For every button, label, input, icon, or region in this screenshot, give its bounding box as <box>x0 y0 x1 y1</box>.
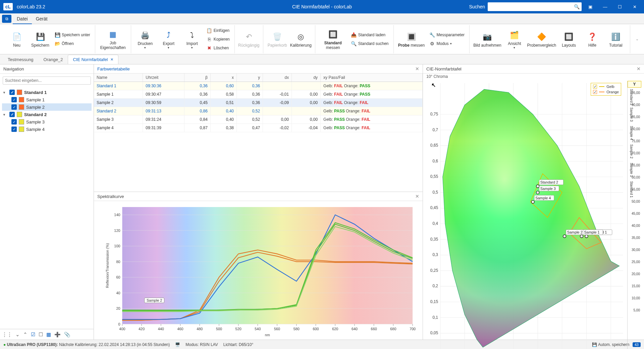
table-row[interactable]: Sample 309:31:240,840,400,520,000,00Gelb… <box>94 115 423 124</box>
tab-close-icon[interactable]: ✕ <box>110 57 113 62</box>
tree-sample-sample-3[interactable]: ✓Sample 3 <box>2 118 92 126</box>
spectral-chart[interactable]: 0204060801001201404004204404604805005205… <box>104 204 416 338</box>
search-input[interactable] <box>490 4 574 9</box>
tab-orange_2[interactable]: Orange_2 <box>39 55 68 64</box>
table-close-icon[interactable]: ✕ <box>415 66 419 71</box>
checkbox-icon[interactable]: ✓ <box>11 104 17 110</box>
calibrate-button[interactable]: ◎Kalibrierung <box>290 27 312 52</box>
nav-attach-icon[interactable]: 📎 <box>64 332 70 338</box>
nav-down-icon[interactable]: ⌄ <box>15 332 20 338</box>
export-button[interactable]: ⤴Export▾ <box>158 27 179 52</box>
help-button[interactable]: ❓Hilfe <box>582 27 603 52</box>
nav-add-icon[interactable]: ➕ <box>54 332 61 338</box>
svg-text:640: 640 <box>352 327 358 331</box>
table-row[interactable]: Sample 109:30:470,360,580,36-0,010,00Gel… <box>94 90 423 99</box>
menu-datei[interactable]: Datei <box>13 14 32 24</box>
chevron-down-icon[interactable]: ▾ <box>3 113 7 116</box>
svg-text:40: 40 <box>116 291 120 295</box>
info-icon: ℹ️ <box>610 31 622 43</box>
print-button[interactable]: 🖨️Drucken▾ <box>135 27 156 52</box>
svg-text:Reflexion/Transmission (%): Reflexion/Transmission (%) <box>105 243 109 288</box>
delete-button[interactable]: ✖Löschen <box>205 44 231 52</box>
table-row[interactable]: Standard 209:31:130,860,400,52Gelb: PASS… <box>94 107 423 115</box>
checkbox-icon[interactable]: ✓ <box>9 112 15 117</box>
open-button[interactable]: 📂Öffnen <box>53 40 92 47</box>
tab-testmessung[interactable]: Testmessung <box>3 55 39 64</box>
tree-sample-sample-2[interactable]: ✓Sample 2 <box>2 103 92 111</box>
nav-uncheck-icon[interactable]: ☐ <box>39 332 43 338</box>
tutorial-button[interactable]: ℹ️Tutorial <box>605 27 627 52</box>
svg-text:0,7: 0,7 <box>432 128 438 132</box>
save-button[interactable]: 💾Speichern <box>30 27 51 52</box>
svg-text:Standard 2: Standard 2 <box>540 180 558 184</box>
col-beta[interactable]: β <box>184 73 210 82</box>
capture-image-button[interactable]: 📷Bild aufnehmen <box>473 27 502 52</box>
svg-text:Sample 3: Sample 3 <box>540 187 556 191</box>
grid-icon: ▦ <box>107 29 119 41</box>
measure-params-button[interactable]: 🔧Messparameter <box>428 31 466 39</box>
layouts-button[interactable]: 🔲Layouts <box>558 27 580 52</box>
job-properties-button[interactable]: ▦Job Eigenschaften <box>99 27 127 52</box>
svg-text:580: 580 <box>293 327 300 331</box>
mode-dropdown[interactable]: ⚙Modus ▾ <box>428 40 466 47</box>
window-popout-icon[interactable]: ▣ <box>584 2 596 11</box>
view-button[interactable]: 🗂️Ansicht▾ <box>504 27 525 52</box>
standard-load-button[interactable]: 📥Standard laden <box>350 31 390 39</box>
cie-chart[interactable]: 0,050,10,150,20,250,30,350,40,450,50,550… <box>426 81 641 349</box>
tree-sample-sample-1[interactable]: ✓Sample 1 <box>2 96 92 103</box>
tree-sample-sample-4[interactable]: ✓Sample 4 <box>2 126 92 133</box>
cie-close-icon[interactable]: ✕ <box>637 66 641 71</box>
import-button[interactable]: ⤵Import▾ <box>181 27 203 52</box>
ribbon-collapse-icon[interactable]: ⌄ <box>636 37 641 41</box>
col-dx[interactable]: dx <box>263 73 292 82</box>
checkbox-icon[interactable]: ✓ <box>11 127 17 132</box>
standard-measure-button[interactable]: 🔲Standard messen <box>319 27 347 52</box>
nav-grid-icon[interactable]: ▦ <box>46 332 51 338</box>
svg-text:Sample 4: Sample 4 <box>535 196 551 200</box>
tree-standard-standard-2[interactable]: ▾✓Standard 2 <box>2 111 92 118</box>
y-axis-label: Sample 3 <box>630 107 633 121</box>
search-box[interactable]: 🔍 <box>488 2 582 11</box>
checkbox-icon[interactable]: ✓ <box>11 97 17 102</box>
chevron-down-icon[interactable]: ▾ <box>3 91 7 94</box>
window-close-icon[interactable]: ✕ <box>629 2 641 11</box>
checkbox-icon[interactable]: ✓ <box>9 90 15 95</box>
undo-button[interactable]: ↶Rückgängig <box>238 27 260 52</box>
tree-standard-standard-1[interactable]: ▾✓Standard 1 <box>2 89 92 96</box>
table-row[interactable]: Sample 209:30:590,450,510,36-0,090,00Gel… <box>94 99 423 107</box>
col-dy[interactable]: dy <box>292 73 321 82</box>
svg-text:80: 80 <box>116 260 120 264</box>
col-y[interactable]: y <box>237 73 263 82</box>
col-x[interactable]: x <box>210 73 236 82</box>
nav-expand-icon[interactable]: ⋮⋮ <box>2 332 12 338</box>
standard-search-button[interactable]: 🔍Standard suchen <box>350 40 390 47</box>
window-minimize-icon[interactable]: — <box>599 2 611 11</box>
svg-text:Sample 2: Sample 2 <box>567 230 583 234</box>
titlebar: cL colorLab 23.2 CIE Normfarbtafel - col… <box>0 0 644 13</box>
col-pf[interactable]: xy Pass/Fail <box>321 73 423 82</box>
compare-button[interactable]: 🔶Probenvergleich <box>527 27 556 52</box>
svg-text:0: 0 <box>118 322 120 326</box>
spectral-close-icon[interactable]: ✕ <box>415 194 419 199</box>
app-logo: cL <box>3 3 13 10</box>
trash-button[interactable]: 🗑️Papierkorb <box>267 27 288 52</box>
new-button[interactable]: 📄Neu <box>6 27 28 52</box>
copy-button[interactable]: ⎘Kopieren <box>205 36 231 43</box>
probe-measure-button[interactable]: 🔳Probe messen <box>397 27 426 52</box>
checkbox-icon[interactable]: ✓ <box>11 119 17 124</box>
table-row[interactable]: Sample 409:31:390,870,380,47-0,02-0,04Ge… <box>94 124 423 132</box>
menu-gerät[interactable]: Gerät <box>32 14 52 23</box>
col-name[interactable]: Name <box>94 73 143 82</box>
save-as-button[interactable]: 💾Speichern unter <box>53 31 92 39</box>
color-swatch <box>19 97 24 102</box>
save-as-icon: 💾 <box>54 32 60 38</box>
file-menu-icon[interactable]: ⧉ <box>2 15 11 23</box>
nav-up-icon[interactable]: ⌃ <box>23 332 28 338</box>
col-uhrzeit[interactable]: Uhrzeit <box>143 73 184 82</box>
window-maximize-icon[interactable]: ☐ <box>614 2 626 11</box>
table-row[interactable]: Standard 109:30:360,360,600,36Gelb: FAIL… <box>94 82 423 90</box>
nav-check-icon[interactable]: ☑ <box>31 332 35 338</box>
tab-cie-normfarbtafel[interactable]: CIE Normfarbtafel✕ <box>68 55 118 64</box>
paste-button[interactable]: 📋Einfügen <box>205 27 231 34</box>
nav-search-input[interactable] <box>3 77 91 85</box>
